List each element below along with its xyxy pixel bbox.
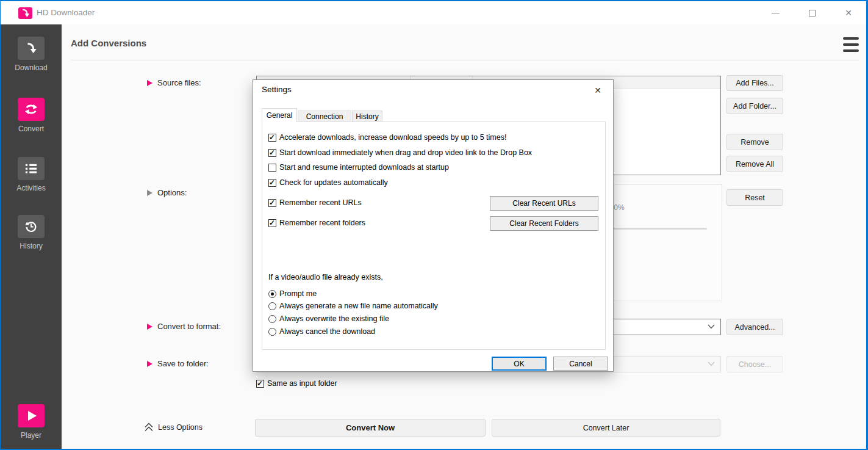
settings-dialog: Settings ✕ General Connection History Ac…	[253, 79, 614, 372]
generate-name-radio[interactable]: Always generate a new file name automati…	[268, 302, 438, 310]
checkbox-icon	[268, 164, 276, 172]
maximize-icon	[809, 10, 816, 16]
tab-general[interactable]: General	[262, 108, 297, 122]
checkbox-icon	[268, 179, 276, 187]
clear-recent-urls-button[interactable]: Clear Recent URLs	[490, 196, 598, 211]
minimize-icon	[772, 13, 780, 13]
activities-icon	[18, 157, 45, 180]
convert-icon	[18, 98, 45, 121]
radio-icon	[268, 290, 276, 298]
chevron-down-icon	[708, 324, 715, 329]
sidebar-item-download[interactable]: Download	[1, 37, 62, 72]
arrow-icon	[147, 361, 152, 367]
remove-all-button[interactable]: Remove All	[726, 156, 783, 172]
menu-button[interactable]	[843, 37, 859, 53]
player-icon	[18, 404, 45, 427]
accelerate-checkbox[interactable]: Accelerate downloads, increase download …	[268, 133, 506, 142]
sidebar-label: History	[1, 242, 62, 250]
remember-folders-checkbox[interactable]: Remember recent folders	[268, 219, 365, 227]
dialog-title: Settings	[262, 85, 292, 94]
close-icon: ✕	[845, 9, 852, 17]
checkbox-icon	[268, 134, 276, 142]
sidebar-item-convert[interactable]: Convert	[1, 98, 62, 133]
checkbox-icon	[268, 149, 276, 157]
arrow-icon	[147, 190, 152, 196]
radio-icon	[268, 328, 276, 336]
save-folder-label: Save to folder:	[147, 359, 209, 368]
add-files-button[interactable]: Add Files...	[726, 75, 783, 91]
tab-connection[interactable]: Connection	[298, 111, 351, 122]
sidebar: Download Convert Activities	[1, 24, 62, 450]
app-window: HD Downloader ✕ Download	[0, 0, 868, 450]
checkbox-icon	[256, 380, 264, 388]
source-files-label: Source files:	[147, 78, 201, 87]
page-title: Add Conversions	[71, 38, 146, 48]
start-on-drop-checkbox[interactable]: Start download immediately when drag and…	[268, 148, 532, 157]
convert-later-button[interactable]: Convert Later	[492, 419, 720, 437]
ok-button[interactable]: OK	[492, 357, 547, 371]
chevron-double-up-icon	[144, 423, 154, 432]
cancel-button[interactable]: Cancel	[553, 357, 608, 371]
arrow-icon	[147, 80, 152, 86]
arrow-icon	[147, 324, 152, 330]
download-icon	[18, 37, 45, 60]
window-title: HD Downloader	[37, 8, 95, 17]
close-button[interactable]: ✕	[834, 1, 863, 24]
minimize-button[interactable]	[761, 1, 789, 24]
resume-at-startup-checkbox[interactable]: Start and resume interrupted downloads a…	[268, 163, 449, 172]
hamburger-icon	[843, 37, 859, 40]
advanced-button[interactable]: Advanced...	[726, 319, 783, 335]
prompt-me-radio[interactable]: Prompt me	[268, 289, 317, 298]
checkbox-icon	[268, 219, 276, 227]
remember-urls-checkbox[interactable]: Remember recent URLs	[268, 198, 362, 207]
app-logo-icon	[18, 7, 32, 19]
heading-divider	[71, 60, 859, 60]
checkbox-icon	[268, 199, 276, 207]
titlebar: HD Downloader ✕	[1, 1, 866, 24]
sidebar-label: Convert	[1, 125, 62, 133]
check-updates-checkbox[interactable]: Check for updates automatically	[268, 178, 388, 187]
sidebar-label: Player	[1, 431, 62, 440]
convert-format-label: Convert to format:	[147, 322, 221, 331]
sidebar-label: Activities	[1, 184, 62, 192]
sidebar-item-player[interactable]: Player	[1, 404, 62, 440]
reset-button[interactable]: Reset	[726, 189, 783, 206]
chevron-down-icon	[708, 361, 715, 366]
convert-now-button[interactable]: Convert Now	[255, 419, 486, 437]
add-folder-button[interactable]: Add Folder...	[726, 98, 783, 114]
overwrite-radio[interactable]: Always overwrite the existing file	[268, 314, 389, 323]
sidebar-label: Download	[1, 64, 62, 72]
sidebar-item-activities[interactable]: Activities	[1, 157, 62, 192]
clear-recent-folders-button[interactable]: Clear Recent Folders	[490, 216, 598, 231]
tab-history[interactable]: History	[352, 111, 382, 122]
dialog-close-button[interactable]: ✕	[589, 83, 607, 98]
maximize-button[interactable]	[798, 1, 826, 24]
radio-icon	[268, 302, 276, 310]
radio-icon	[268, 315, 276, 323]
cancel-download-radio[interactable]: Always cancel the download	[268, 327, 375, 336]
general-tab-panel: Accelerate downloads, increase download …	[262, 122, 606, 350]
file-exists-prompt: If a video/audio file already exists,	[268, 273, 383, 281]
choose-button: Choose...	[726, 356, 783, 372]
options-label: Options:	[147, 188, 187, 197]
play-icon	[28, 411, 37, 421]
history-icon	[18, 215, 45, 238]
remove-button[interactable]: Remove	[726, 134, 783, 150]
close-icon: ✕	[594, 85, 601, 95]
sidebar-item-history[interactable]: History	[1, 215, 62, 250]
less-options-toggle[interactable]: Less Options	[144, 423, 203, 432]
same-as-input-checkbox[interactable]: Same as input folder	[256, 379, 337, 388]
